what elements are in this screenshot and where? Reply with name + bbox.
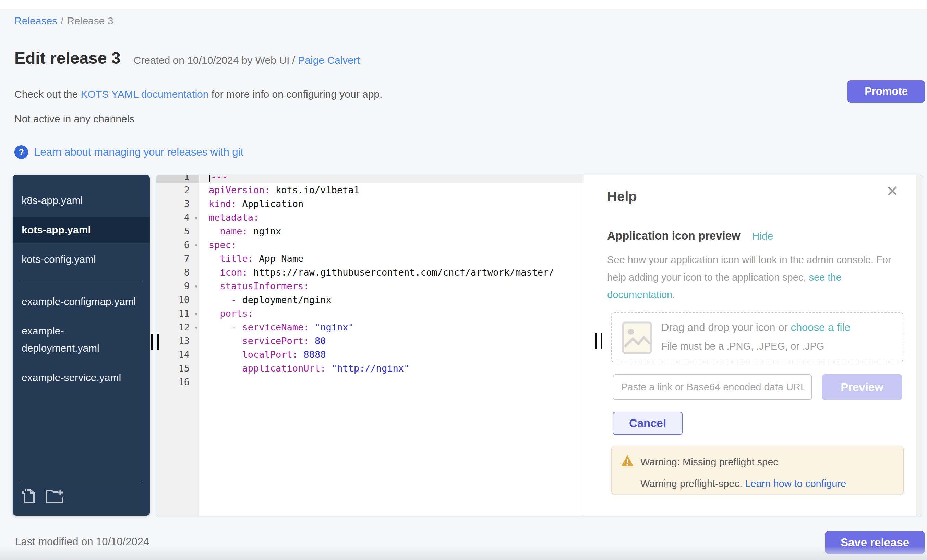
code-line[interactable]: 16	[157, 375, 584, 389]
code-line[interactable]: 1---	[157, 175, 584, 184]
description-period: .	[672, 289, 675, 300]
code-line[interactable]: 7 title: App Name	[157, 252, 584, 266]
help-title: Help	[607, 189, 637, 204]
dropzone-requirements: File must be a .PNG, .JPEG, or .JPG	[661, 341, 824, 352]
hide-link[interactable]: Hide	[752, 230, 774, 242]
new-file-button[interactable]	[21, 488, 37, 505]
line-number: 15	[157, 361, 199, 375]
sidebar-resize-handle[interactable]	[150, 334, 160, 349]
top-white-band	[0, 0, 927, 9]
code-line[interactable]: 11▾ ports:	[157, 307, 584, 320]
code-text	[199, 375, 584, 389]
created-text: Created on 10/10/2024 by Web UI / Paige …	[134, 55, 360, 66]
file-tree-item[interactable]: k8s-app.yaml	[13, 187, 150, 214]
git-help-row: ? Learn about managing your releases wit…	[14, 145, 243, 159]
fold-arrow-icon[interactable]: ▾	[195, 211, 198, 225]
warning-box: Warning: Missing preflight spec Warning …	[611, 446, 904, 494]
code-line[interactable]: 14 localPort: 8888	[157, 348, 584, 361]
warning-row: Warning: Missing preflight spec	[620, 454, 894, 470]
docs-line: Check out the KOTS YAML documentation fo…	[14, 88, 382, 100]
fold-arrow-icon[interactable]: ▾	[195, 238, 198, 252]
code-line[interactable]: 3kind: Application	[157, 197, 584, 211]
line-number: 7	[157, 252, 199, 266]
line-number: 4▾	[157, 211, 199, 225]
line-number: 8	[157, 266, 199, 279]
code-text: name: nginx	[199, 225, 584, 238]
preview-button[interactable]: Preview	[822, 374, 902, 400]
git-releases-link[interactable]: Learn about managing your releases with …	[34, 146, 243, 158]
author-link[interactable]: Paige Calvert	[298, 55, 360, 66]
fold-arrow-icon[interactable]: ▾	[195, 320, 198, 334]
code-text: servicePort: 80	[199, 334, 584, 348]
code-line[interactable]: 5 name: nginx	[157, 225, 584, 238]
warning-detail: Warning preflight-spec. Learn how to con…	[640, 478, 894, 489]
code-line[interactable]: 13 servicePort: 80	[157, 334, 584, 348]
warning-configure-link[interactable]: Learn how to configure	[745, 478, 846, 489]
close-icon[interactable]: ✕	[884, 184, 901, 199]
line-number: 10	[157, 293, 199, 307]
image-placeholder-icon	[622, 322, 652, 355]
code-line[interactable]: 9▾ statusInformers:	[157, 279, 584, 293]
code-line[interactable]: 10 - deployment/nginx	[157, 293, 584, 307]
file-tree-item[interactable]: kots-app.yaml	[13, 217, 150, 243]
file-tree-item[interactable]: kots-config.yaml	[13, 246, 150, 273]
breadcrumb-releases-link[interactable]: Releases	[14, 15, 57, 26]
code-line[interactable]: 15 applicationUrl: "http://nginx"	[157, 361, 584, 375]
code-text: localPort: 8888	[199, 348, 584, 361]
code-text: - serviceName: "nginx"	[199, 320, 584, 334]
promote-button[interactable]: Promote	[848, 80, 925, 103]
release-editor-panel: 1---2apiVersion: kots.io/v1beta13kind: A…	[156, 175, 922, 516]
file-tree: k8s-app.yamlkots-app.yamlkots-config.yam…	[13, 175, 150, 391]
breadcrumb: Releases/Release 3	[14, 15, 114, 27]
text-cursor	[209, 175, 210, 182]
help-scrollbar[interactable]	[916, 175, 922, 516]
line-number: 6▾	[157, 238, 199, 252]
file-tree-item[interactable]: example-deployment.yaml	[13, 318, 150, 361]
code-text: icon: https://raw.githubusercontent.com/…	[199, 266, 584, 279]
question-circle-icon: ?	[14, 145, 28, 159]
code-line[interactable]: 12▾ - serviceName: "nginx"	[157, 320, 584, 334]
code-text: title: App Name	[199, 252, 584, 266]
title-row: Edit release 3 Created on 10/10/2024 by …	[14, 49, 360, 68]
file-tree-item[interactable]: example-service.yaml	[13, 364, 150, 391]
dropzone-text: Drag and drop your icon or choose a file	[661, 322, 850, 334]
code-text: kind: Application	[199, 197, 584, 211]
fold-arrow-icon[interactable]: ▾	[195, 279, 198, 293]
choose-file-link[interactable]: choose a file	[790, 322, 850, 334]
code-text: - deployment/nginx	[199, 293, 584, 307]
docs-prefix: Check out the	[14, 88, 81, 100]
line-number: 5	[157, 225, 199, 238]
help-resize-handle[interactable]	[594, 333, 604, 349]
warning-title: Warning: Missing preflight spec	[640, 457, 778, 468]
yaml-editor[interactable]: 1---2apiVersion: kots.io/v1beta13kind: A…	[157, 175, 584, 516]
line-number: 2	[157, 184, 199, 197]
code-text: apiVersion: kots.io/v1beta1	[199, 184, 584, 197]
new-file-icon	[21, 500, 37, 505]
line-number: 9▾	[157, 279, 199, 293]
breadcrumb-current: Release 3	[67, 15, 113, 26]
code-line[interactable]: 2apiVersion: kots.io/v1beta1	[157, 184, 584, 197]
new-folder-icon	[45, 500, 65, 505]
code-line[interactable]: 4▾metadata:	[157, 211, 584, 225]
code-line[interactable]: 6▾spec:	[157, 238, 584, 252]
kots-docs-link[interactable]: KOTS YAML documentation	[81, 88, 208, 100]
code-text: ports:	[199, 307, 584, 320]
line-number: 16	[157, 375, 199, 389]
warning-text: Warning preflight-spec.	[640, 478, 745, 489]
code-text: statusInformers:	[199, 279, 584, 293]
file-tree-item[interactable]: example-configmap.yaml	[13, 288, 150, 315]
code-line[interactable]: 8 icon: https://raw.githubusercontent.co…	[157, 266, 584, 279]
line-number: 14	[157, 348, 199, 361]
created-prefix: Created on 10/10/2024 by Web UI /	[134, 55, 295, 66]
help-panel: ✕ Help Application icon preview Hide See…	[584, 175, 922, 516]
new-folder-button[interactable]	[45, 488, 65, 505]
breadcrumb-separator: /	[61, 15, 64, 26]
cancel-button[interactable]: Cancel	[612, 411, 682, 435]
code-text: applicationUrl: "http://nginx"	[199, 361, 584, 375]
line-number: 3	[157, 197, 199, 211]
line-number: 11▾	[157, 307, 199, 320]
fold-arrow-icon[interactable]: ▾	[195, 307, 198, 320]
icon-dropzone[interactable]: Drag and drop your icon or choose a file…	[611, 312, 903, 362]
line-number: 12▾	[157, 320, 199, 334]
icon-url-input[interactable]	[612, 374, 812, 400]
